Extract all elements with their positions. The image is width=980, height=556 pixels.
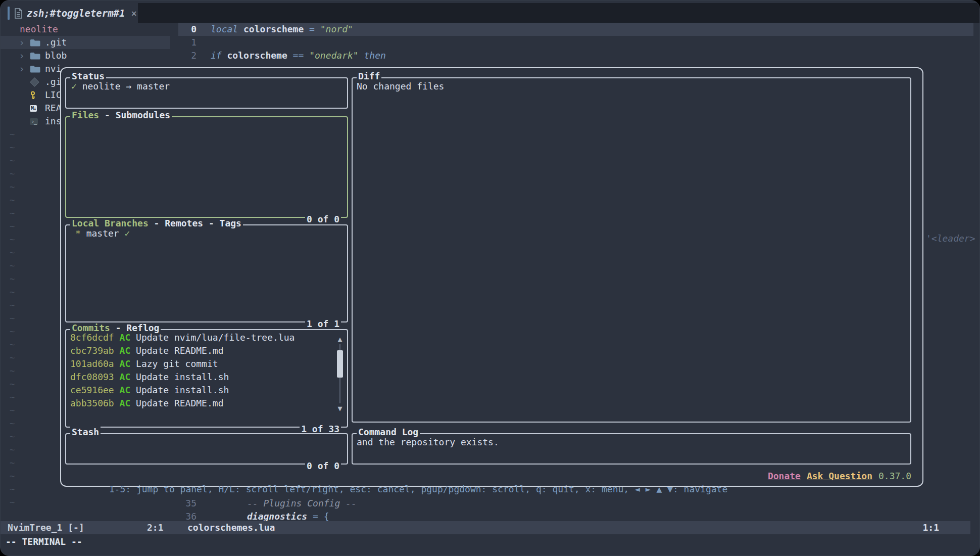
code-token: "onedark" bbox=[309, 50, 359, 61]
commit-message: Update README.md bbox=[136, 345, 223, 356]
code-token: then bbox=[364, 50, 386, 61]
line-number: 0 bbox=[178, 23, 197, 36]
tree-item-label: nvi bbox=[45, 62, 62, 75]
tree-item-blob[interactable]: ›blob bbox=[1, 49, 178, 62]
tree-root-label[interactable]: neolite bbox=[1, 23, 178, 36]
commits-scrollbar[interactable]: ▲ ▼ bbox=[335, 334, 345, 413]
commit-row[interactable]: 101ad60a AC Lazy git commit bbox=[70, 357, 332, 370]
panel-branches-title: Local Branches - Remotes - Tags bbox=[70, 218, 243, 228]
folder-icon bbox=[30, 39, 45, 47]
commit-row[interactable]: abb3506b AC Update README.md bbox=[70, 397, 332, 410]
panel-files-title: Files - Submodules bbox=[70, 110, 172, 120]
code-token bbox=[304, 50, 309, 61]
spacer bbox=[130, 345, 136, 356]
keybinding-help-text: 1-5: jump to panel, H/L: scroll left/rig… bbox=[109, 484, 728, 494]
branches-count: 1 of 1 bbox=[305, 318, 341, 329]
screen: zsh;#toggleterm#1 × 0local colorscheme =… bbox=[0, 0, 980, 556]
panel-status[interactable]: Status ✓ neolite → master bbox=[65, 77, 348, 109]
commit-row[interactable]: cbc739ab AC Update README.md bbox=[70, 344, 332, 357]
code-buffer-top: 0local colorscheme = "nord"12if colorsch… bbox=[178, 23, 979, 62]
spacer bbox=[114, 358, 120, 369]
code-token bbox=[359, 50, 364, 61]
code-token: colorscheme bbox=[227, 50, 287, 61]
panel-diff[interactable]: Diff No changed files bbox=[352, 77, 911, 423]
code-token bbox=[315, 24, 320, 34]
version-label: 0.37.0 bbox=[878, 471, 911, 481]
panel-commits-title: Commits - Reflog bbox=[70, 322, 161, 333]
donate-link[interactable]: Donate bbox=[768, 471, 801, 481]
commit-message: Update install.sh bbox=[136, 372, 229, 382]
code-line[interactable]: 35-- Plugins Config -- bbox=[178, 497, 979, 510]
chevron-right-icon[interactable]: › bbox=[19, 49, 30, 62]
chevron-right-icon[interactable]: › bbox=[19, 36, 30, 49]
status-branch-text: neolite → master bbox=[82, 81, 170, 91]
code-text: local colorscheme = "nord" bbox=[211, 24, 353, 34]
spacer bbox=[114, 385, 120, 395]
tree-item-label: .gi bbox=[45, 75, 62, 88]
status-branch-row[interactable]: ✓ neolite → master bbox=[66, 78, 347, 95]
commit-hash: dfc08093 bbox=[70, 372, 114, 382]
panel-command-log[interactable]: Command Log and the repository exists. bbox=[352, 433, 911, 465]
tree-item-git[interactable]: ›.git bbox=[1, 36, 170, 49]
tree-item-label: blob bbox=[45, 49, 67, 62]
commit-hash: 8cf6dcdf bbox=[70, 332, 114, 343]
panel-diff-title: Diff bbox=[357, 71, 381, 81]
code-token bbox=[222, 50, 227, 61]
code-text: -- Plugins Config -- bbox=[247, 498, 357, 508]
panel-commits[interactable]: Commits - Reflog 8cf6dcdf AC Update nvim… bbox=[65, 329, 348, 428]
ask-question-link[interactable]: Ask Question bbox=[807, 471, 872, 481]
lazygit-links: DonateAsk Question0.37.0 bbox=[768, 470, 911, 483]
commit-list: 8cf6dcdf AC Update nvim/lua/file-tree.lu… bbox=[66, 330, 347, 410]
panel-files[interactable]: Files - Submodules 0 of 0 bbox=[65, 116, 348, 218]
scroll-down-icon[interactable]: ▼ bbox=[335, 404, 345, 412]
commit-hash: ce5916ee bbox=[70, 385, 114, 395]
code-token bbox=[287, 50, 293, 61]
tree-item-label: ins bbox=[45, 115, 62, 128]
commit-author: AC bbox=[120, 332, 131, 343]
panel-command-log-title: Command Log bbox=[357, 427, 420, 437]
code-token: "nord" bbox=[320, 24, 353, 34]
mode-indicator: -- TERMINAL -- bbox=[6, 535, 82, 548]
statusline-tree-position: 2:1 bbox=[147, 521, 164, 534]
code-token bbox=[307, 511, 313, 522]
chevron-right-icon[interactable]: › bbox=[19, 62, 30, 75]
code-line[interactable]: 0local colorscheme = "nord" bbox=[178, 23, 973, 36]
scroll-up-icon[interactable]: ▲ bbox=[335, 335, 345, 343]
diff-content: No changed files bbox=[353, 78, 910, 95]
commit-message: Update install.sh bbox=[136, 385, 229, 395]
branch-name: master bbox=[86, 228, 119, 239]
commit-row[interactable]: ce5916ee AC Update install.sh bbox=[70, 384, 332, 397]
panel-branches[interactable]: Local Branches - Remotes - Tags * master… bbox=[65, 224, 348, 322]
code-token: local bbox=[211, 24, 238, 34]
tree-item-label: LIC bbox=[45, 88, 62, 102]
commit-hash: cbc739ab bbox=[70, 345, 114, 356]
code-line[interactable]: 2if colorscheme == "onedark" then bbox=[178, 49, 979, 62]
code-token bbox=[238, 24, 243, 34]
statusline-buffer-name: NvimTree_1 [-] bbox=[8, 521, 84, 534]
folder-icon bbox=[30, 65, 45, 73]
commit-row[interactable]: dfc08093 AC Update install.sh bbox=[70, 370, 332, 384]
commit-message: Update README.md bbox=[136, 398, 223, 408]
commit-author: AC bbox=[120, 385, 131, 395]
code-token: diagnostics bbox=[247, 511, 307, 522]
spacer bbox=[130, 358, 136, 369]
code-token: == bbox=[293, 50, 304, 61]
code-fragment-leader: '<leader> bbox=[926, 232, 975, 245]
markdown-icon: M↓ bbox=[30, 105, 45, 112]
tab-toggleterm[interactable]: zsh;#toggleterm#1 × bbox=[8, 3, 138, 23]
tab-label: zsh;#toggleterm#1 bbox=[27, 8, 125, 19]
terminal-window: zsh;#toggleterm#1 × 0local colorscheme =… bbox=[0, 0, 980, 556]
code-line[interactable]: 1 bbox=[178, 36, 979, 49]
scrollbar-thumb[interactable] bbox=[337, 350, 343, 378]
code-token bbox=[318, 511, 324, 522]
branch-star-marker: * bbox=[75, 228, 81, 239]
check-icon: ✓ bbox=[71, 81, 77, 91]
panel-status-title: Status bbox=[70, 71, 106, 81]
tab-close-icon[interactable]: × bbox=[131, 8, 136, 19]
code-token: colorscheme bbox=[243, 24, 304, 34]
commits-count: 1 of 33 bbox=[300, 424, 341, 434]
commit-author: AC bbox=[120, 358, 131, 369]
panel-stash[interactable]: Stash 0 of 0 bbox=[65, 433, 348, 465]
document-icon bbox=[14, 8, 23, 19]
commit-hash: abb3506b bbox=[70, 398, 114, 408]
